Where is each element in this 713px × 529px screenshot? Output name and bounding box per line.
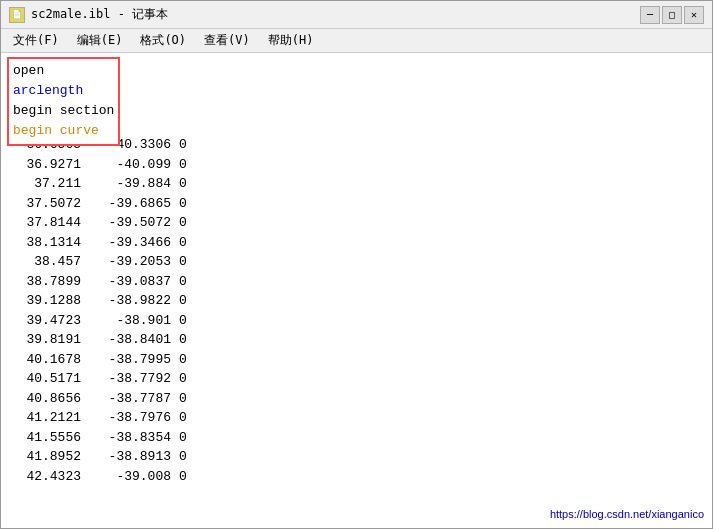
maximize-button[interactable]: □ [662,6,682,24]
watermark: https://blog.csdn.net/xianganico [550,508,704,520]
text-editor[interactable]: open arclength begin section begin curve… [1,53,712,490]
menu-bar: 文件(F) 编辑(E) 格式(O) 查看(V) 帮助(H) [1,29,712,53]
table-row: 41.5556-38.83540 [9,428,704,448]
table-row: 40.1678-38.79950 [9,350,704,370]
table-row: 37.8144-39.50720 [9,213,704,233]
data-table: 36.6565-40.33060 36.9271-40.0990 37.211-… [9,135,704,486]
table-row: 37.211-39.8840 [9,174,704,194]
table-row: 39.4723-38.9010 [9,311,704,331]
window-controls: ─ □ ✕ [640,6,704,24]
table-row: 40.8656-38.77870 [9,389,704,409]
notepad-window: 📄 sc2male.ibl - 记事本 ─ □ ✕ 文件(F) 编辑(E) 格式… [0,0,713,529]
table-row: 42.4323-39.0080 [9,467,704,487]
app-icon: 📄 [9,7,25,23]
menu-format[interactable]: 格式(O) [132,30,194,51]
keyword-arclength: arclength [13,81,114,101]
menu-help[interactable]: 帮助(H) [260,30,322,51]
title-bar: 📄 sc2male.ibl - 记事本 ─ □ ✕ [1,1,712,29]
table-row: 37.5072-39.68650 [9,194,704,214]
minimize-button[interactable]: ─ [640,6,660,24]
menu-file[interactable]: 文件(F) [5,30,67,51]
menu-edit[interactable]: 编辑(E) [69,30,131,51]
close-button[interactable]: ✕ [684,6,704,24]
window-title: sc2male.ibl - 记事本 [31,6,168,23]
keyword-highlight-box: open arclength begin section begin curve [7,57,120,146]
table-row: 38.457-39.20530 [9,252,704,272]
table-row: 40.5171-38.77920 [9,369,704,389]
table-row: 41.8952-38.89130 [9,447,704,467]
keyword-begin-section: begin section [13,101,114,121]
content-area[interactable]: open arclength begin section begin curve… [1,53,712,528]
table-row: 39.8191-38.84010 [9,330,704,350]
title-bar-left: 📄 sc2male.ibl - 记事本 [9,6,168,23]
table-row: 36.9271-40.0990 [9,155,704,175]
keyword-begin-curve: begin curve [13,121,114,141]
table-row: 39.1288-38.98220 [9,291,704,311]
table-row: 38.1314-39.34660 [9,233,704,253]
table-row: 41.2121-38.79760 [9,408,704,428]
menu-view[interactable]: 查看(V) [196,30,258,51]
table-row: 38.7899-39.08370 [9,272,704,292]
keyword-open: open [13,61,114,81]
